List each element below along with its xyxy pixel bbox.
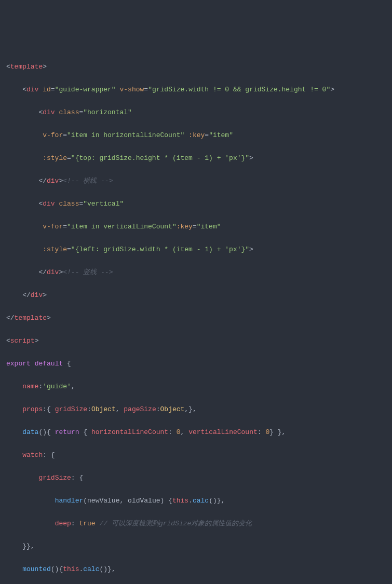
- code-line: <div id="guide-wrapper" v-show="gridSize…: [6, 84, 386, 96]
- code-line: <template>: [6, 61, 386, 73]
- code-line: deep: true // 可以深度检测到gridSize对象的属性值的变化: [6, 518, 386, 529]
- code-line: :style="{left: gridSize.width * (item - …: [6, 244, 386, 255]
- code-line: </div><!-- 横线 -->: [6, 175, 386, 187]
- code-line: </div><!-- 竖线 -->: [6, 267, 386, 278]
- code-line: export default {: [6, 358, 386, 370]
- code-line: <div class="vertical": [6, 198, 386, 210]
- code-line: name:'guide',: [6, 381, 386, 392]
- code-line: props:{ gridSize:Object, pageSize:Object…: [6, 404, 386, 415]
- code-line: gridSize: {: [6, 472, 386, 484]
- code-line: :style="{top: gridSize.height * (item - …: [6, 153, 386, 164]
- code-line: data(){ return { horizontalLineCount: 0,…: [6, 427, 386, 438]
- code-line: }},: [6, 541, 386, 552]
- code-line: v-for="item in horizontalLineCount" :key…: [6, 130, 386, 141]
- code-block: <template> <div id="guide-wrapper" v-sho…: [6, 50, 386, 584]
- code-line: mounted(){this.calc()},: [6, 564, 386, 575]
- code-line: <div class="horizontal": [6, 107, 386, 118]
- code-line: watch: {: [6, 450, 386, 461]
- code-line: </template>: [6, 313, 386, 324]
- code-line: v-for="item in verticalLineCount":key="i…: [6, 221, 386, 233]
- code-line: </div>: [6, 290, 386, 301]
- code-line: <script>: [6, 335, 386, 347]
- code-line: handler(newValue, oldValue) {this.calc()…: [6, 495, 386, 507]
